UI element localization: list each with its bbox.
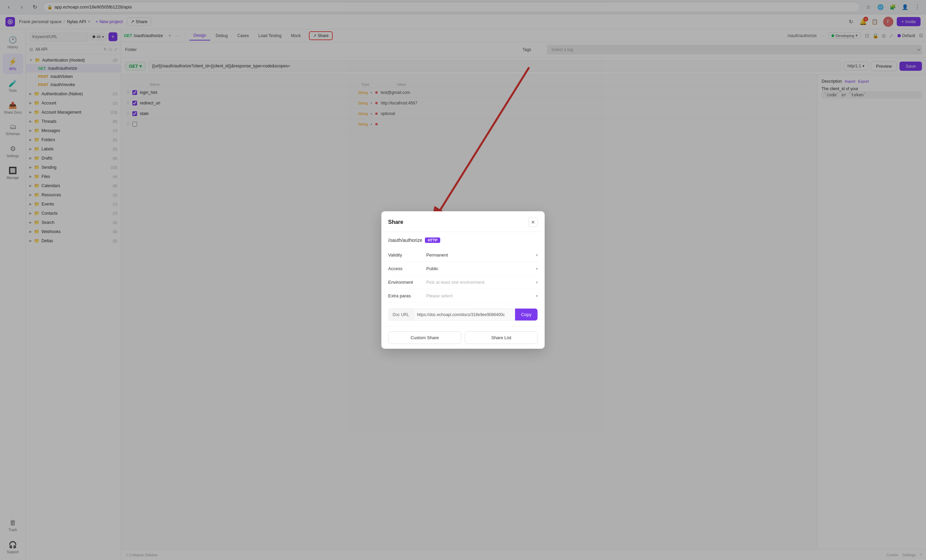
environment-label: Environment [388,280,422,285]
chevron-down-icon: ▾ [536,253,538,257]
access-dropdown[interactable]: Public ▾ [426,266,538,271]
http-badge: HTTP [425,238,440,243]
chevron-down-icon: ▾ [536,266,538,271]
extra-paras-dropdown[interactable]: Please select ▾ [426,293,538,298]
custom-share-button[interactable]: Custom Share [388,331,461,344]
access-label: Access [388,266,422,271]
modal-header: Share ✕ [381,211,545,232]
modal-endpoint-row: /oauth/authorize HTTP [388,238,538,243]
doc-url-label: Doc URL [389,309,414,321]
share-list-button[interactable]: Share List [465,331,538,344]
chevron-down-icon: ▾ [536,294,538,298]
modal-endpoint-name: /oauth/authorize [388,238,422,243]
modal-validity-field: Validity Permanent ▾ [388,248,538,262]
modal-close-button[interactable]: ✕ [528,217,538,227]
modal-access-field: Access Public ▾ [388,262,538,275]
modal-environment-field: Environment Pick at least one environmen… [388,275,538,289]
copy-button[interactable]: Copy [515,309,537,321]
modal-title: Share [388,219,403,225]
doc-url-input[interactable] [414,309,515,321]
share-modal: Share ✕ /oauth/authorize HTTP Validity P… [381,211,545,349]
validity-label: Validity [388,253,422,257]
modal-extra-paras-field: Extra paras Please select ▾ [388,289,538,303]
extra-paras-label: Extra paras [388,293,422,298]
modal-body: /oauth/authorize HTTP Validity Permanent… [381,232,545,326]
modal-url-row: Doc URL Copy [388,308,538,321]
validity-dropdown[interactable]: Permanent ▾ [426,253,538,257]
modal-footer: Custom Share Share List [381,326,545,349]
chevron-down-icon: ▾ [536,280,538,285]
modal-overlay[interactable]: Share ✕ /oauth/authorize HTTP Validity P… [0,0,926,560]
environment-dropdown[interactable]: Pick at least one environment. ▾ [426,280,538,285]
